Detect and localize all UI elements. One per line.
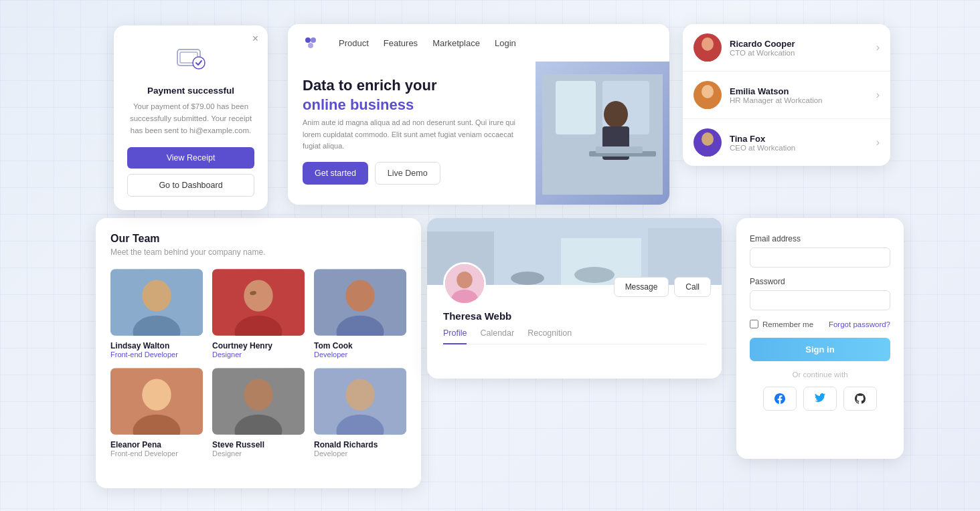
people-info-0: Ricardo Cooper CTO at Workcation (730, 39, 868, 57)
svg-point-35 (142, 379, 171, 410)
payment-card: × Payment successful Your payment of $79… (114, 25, 268, 210)
team-member-3[interactable]: Eleanor Pena Front-end Developer (110, 368, 203, 457)
team-photo-3 (110, 368, 203, 435)
email-label: Email address (750, 234, 890, 243)
team-title: Our Team (110, 233, 406, 245)
password-input[interactable] (750, 290, 890, 310)
nav-login[interactable]: Login (495, 38, 516, 48)
profile-card: Message Call Theresa Webb Profile Calend… (427, 218, 722, 379)
remember-me-checkbox[interactable] (750, 320, 758, 328)
chevron-right-icon: › (876, 136, 880, 148)
svg-point-28 (244, 280, 272, 311)
nav-links: Product Features Marketplace Login (339, 38, 656, 48)
team-member-2[interactable]: Tom Cook Developer (314, 269, 406, 359)
svg-point-6 (308, 43, 313, 48)
forgot-password-link[interactable]: Forgot password? (829, 320, 890, 328)
people-role-2: CEO at Workcation (730, 144, 868, 152)
svg-point-18 (702, 85, 714, 98)
get-started-button[interactable]: Get started (303, 162, 368, 185)
avatar-emilia (693, 81, 722, 109)
hero-text: Data to enrich your online business Anim… (288, 62, 536, 205)
profile-avatar (443, 262, 486, 305)
team-card: Our Team Meet the team behind your compa… (96, 218, 421, 488)
team-member-role-2: Developer (314, 350, 406, 359)
tab-calendar[interactable]: Calendar (480, 328, 514, 344)
profile-avatar-image (445, 262, 484, 305)
github-icon (855, 393, 866, 404)
payment-description: Your payment of $79.00 has been successf… (127, 101, 254, 136)
hero-buttons: Get started Live Demo (303, 162, 521, 185)
chevron-right-icon: › (876, 41, 880, 54)
avatar-ricardo (693, 33, 722, 62)
twitter-login-button[interactable] (803, 387, 837, 411)
hero-title: Data to enrich your online business (303, 76, 521, 114)
people-item-2[interactable]: Tina Fox CEO at Workcation › (683, 119, 890, 166)
profile-tabs: Profile Calendar Recognition (443, 328, 706, 344)
login-card: Email address Password Remember me Forgo… (736, 218, 904, 459)
or-divider: Or continue with (750, 371, 890, 379)
remember-me-label[interactable]: Remember me (750, 320, 813, 328)
svg-point-3 (193, 58, 204, 68)
team-subtitle: Meet the team behind your company name. (110, 247, 406, 257)
payment-success-icon (173, 41, 208, 76)
team-member-name-0: Lindsay Walton (110, 341, 203, 350)
team-photo-2 (314, 269, 406, 336)
team-member-role-5: Developer (314, 449, 406, 457)
team-member-1[interactable]: Courtney Henry Designer (212, 269, 305, 359)
tab-recognition[interactable]: Recognition (527, 328, 572, 344)
svg-point-41 (345, 379, 374, 410)
svg-point-51 (457, 272, 473, 288)
hero-title-accent: online business (303, 96, 414, 113)
people-role-0: CTO at Workcation (730, 49, 868, 57)
dashboard-button[interactable]: Go to Dashboard (127, 174, 254, 197)
team-member-0[interactable]: Lindsay Walton Front-end Developer (110, 269, 203, 359)
people-name-1: Emilia Watson (730, 86, 868, 96)
tab-profile[interactable]: Profile (443, 328, 467, 344)
profile-avatar-inner (445, 264, 484, 303)
svg-point-15 (702, 37, 714, 51)
svg-point-49 (511, 272, 544, 285)
nav-features[interactable]: Features (384, 38, 418, 48)
svg-point-48 (574, 267, 615, 283)
hero-image-placeholder (536, 62, 669, 205)
profile-actions: Message Call (614, 277, 711, 297)
payment-title: Payment successful (127, 86, 254, 96)
team-photo-0 (110, 269, 203, 336)
nav-logo (301, 33, 320, 52)
svg-point-32 (345, 280, 374, 311)
team-photo-1 (212, 269, 305, 336)
github-login-button[interactable] (843, 387, 877, 411)
logo-icon (301, 33, 320, 52)
email-input[interactable] (750, 247, 890, 268)
team-member-name-2: Tom Cook (314, 341, 406, 350)
hero-title-line1: Data to enrich your (303, 77, 436, 94)
view-receipt-button[interactable]: View Receipt (127, 147, 254, 169)
facebook-icon (774, 393, 785, 404)
hero-card: Product Features Marketplace Login Data … (288, 24, 669, 205)
people-role-1: HR Manager at Workcation (730, 96, 868, 104)
team-member-name-5: Ronald Richards (314, 440, 406, 449)
nav-marketplace[interactable]: Marketplace (432, 38, 480, 48)
people-name-0: Ricardo Cooper (730, 39, 868, 49)
profile-name: Theresa Webb (443, 310, 706, 322)
chevron-right-icon: › (876, 89, 880, 101)
svg-point-24 (142, 280, 171, 311)
team-member-role-3: Front-end Developer (110, 449, 203, 457)
close-button[interactable]: × (252, 33, 258, 44)
password-label: Password (750, 277, 890, 286)
people-info-2: Tina Fox CEO at Workcation (730, 134, 868, 152)
live-demo-button[interactable]: Live Demo (375, 162, 440, 185)
message-button[interactable]: Message (614, 277, 669, 297)
team-member-name-1: Courtney Henry (212, 341, 305, 350)
facebook-login-button[interactable] (763, 387, 797, 411)
profile-banner: Message Call (427, 218, 722, 285)
svg-point-5 (311, 37, 316, 43)
team-member-role-1: Designer (212, 350, 305, 359)
sign-in-button[interactable]: Sign in (750, 338, 890, 361)
people-item-1[interactable]: Emilia Watson HR Manager at Workcation › (683, 72, 890, 119)
team-member-5[interactable]: Ronald Richards Developer (314, 368, 406, 457)
nav-product[interactable]: Product (339, 38, 369, 48)
people-item-0[interactable]: Ricardo Cooper CTO at Workcation › (683, 24, 890, 72)
team-member-4[interactable]: Steve Russell Designer (212, 368, 305, 457)
call-button[interactable]: Call (674, 277, 711, 297)
